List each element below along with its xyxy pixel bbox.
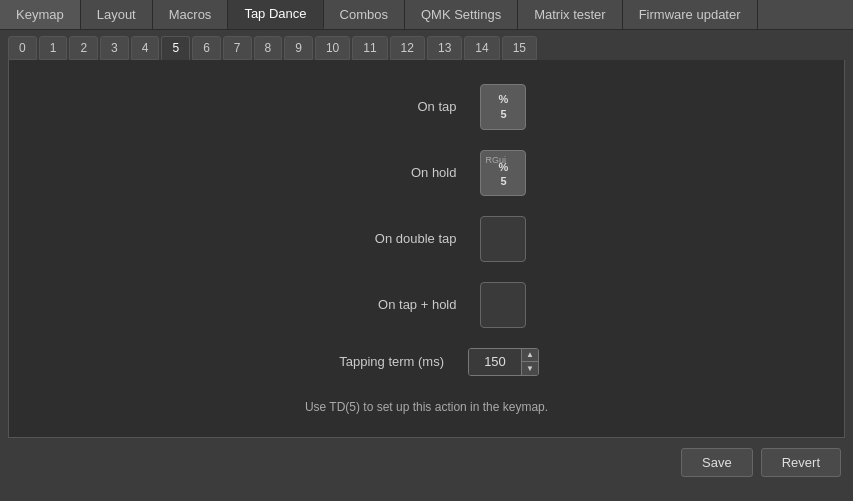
on-tap-key-button[interactable]: %5 [480,84,526,130]
number-tab-9[interactable]: 9 [284,36,313,60]
number-tab-0[interactable]: 0 [8,36,37,60]
spin-buttons: ▲ ▼ [521,349,538,375]
on-tap-key-value: %5 [499,92,509,121]
bottom-bar: Save Revert [0,438,853,487]
number-tab-10[interactable]: 10 [315,36,350,60]
number-tab-7[interactable]: 7 [223,36,252,60]
top-tab-bar: Keymap Layout Macros Tap Dance Combos QM… [0,0,853,30]
main-content: On tap %5 On hold RGui %5 On double tap … [8,60,845,438]
tapping-term-spinner: 150 ▲ ▼ [468,348,539,376]
number-tab-11[interactable]: 11 [352,36,387,60]
on-tap-hold-row: On tap + hold [326,282,526,328]
number-tab-1[interactable]: 1 [39,36,68,60]
number-tab-2[interactable]: 2 [69,36,98,60]
tab-tap-dance[interactable]: Tap Dance [228,0,323,29]
tab-qmk-settings[interactable]: QMK Settings [405,0,518,29]
on-double-tap-row: On double tap [326,216,526,262]
spin-down-button[interactable]: ▼ [522,362,538,375]
tapping-term-label: Tapping term (ms) [314,354,444,369]
number-tab-14[interactable]: 14 [464,36,499,60]
number-tab-12[interactable]: 12 [390,36,425,60]
spin-up-button[interactable]: ▲ [522,349,538,362]
on-double-tap-label: On double tap [326,231,456,246]
tab-matrix-tester[interactable]: Matrix tester [518,0,623,29]
tapping-term-row: Tapping term (ms) 150 ▲ ▼ [314,348,539,376]
on-hold-label: On hold [326,165,456,180]
number-tab-bar: 0 1 2 3 4 5 6 7 8 9 10 11 12 13 14 15 [0,30,853,60]
tab-firmware-updater[interactable]: Firmware updater [623,0,758,29]
number-tab-15[interactable]: 15 [502,36,537,60]
info-text: Use TD(5) to set up this action in the k… [305,400,548,414]
revert-button[interactable]: Revert [761,448,841,477]
on-hold-key-sub: RGui [485,155,506,167]
save-button[interactable]: Save [681,448,753,477]
number-tab-13[interactable]: 13 [427,36,462,60]
tab-macros[interactable]: Macros [153,0,229,29]
on-hold-key-button[interactable]: RGui %5 [480,150,526,196]
tapping-term-input[interactable]: 150 [469,349,521,375]
tab-layout[interactable]: Layout [81,0,153,29]
on-hold-row: On hold RGui %5 [326,150,526,196]
number-tab-8[interactable]: 8 [254,36,283,60]
on-tap-label: On tap [326,99,456,114]
number-tab-6[interactable]: 6 [192,36,221,60]
tab-combos[interactable]: Combos [324,0,405,29]
on-tap-hold-label: On tap + hold [326,297,456,312]
number-tab-5[interactable]: 5 [161,36,190,60]
number-tab-4[interactable]: 4 [131,36,160,60]
on-tap-hold-key-button[interactable] [480,282,526,328]
tab-keymap[interactable]: Keymap [0,0,81,29]
on-tap-row: On tap %5 [326,84,526,130]
on-double-tap-key-button[interactable] [480,216,526,262]
number-tab-3[interactable]: 3 [100,36,129,60]
